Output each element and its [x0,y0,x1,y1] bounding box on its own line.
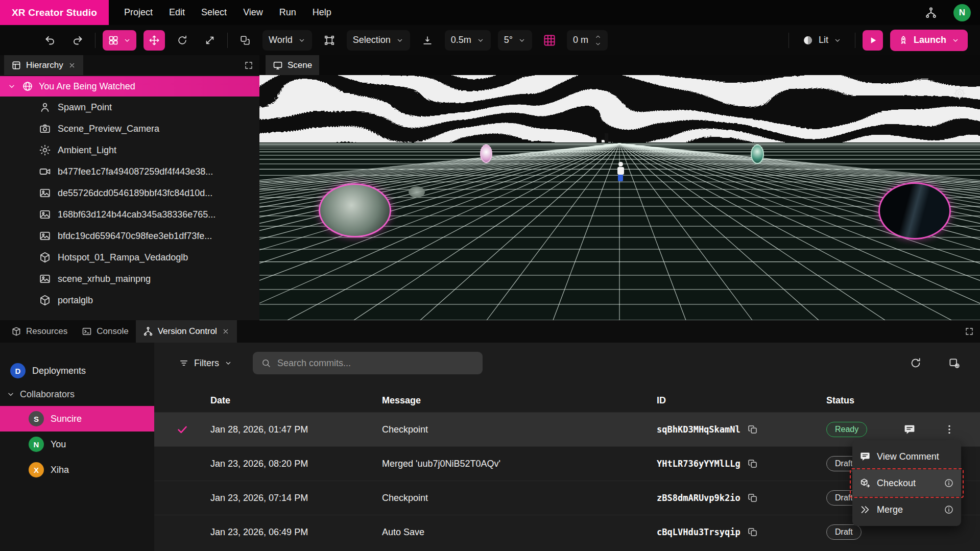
portal-right[interactable] [878,182,951,239]
context-menu-item-view-comment[interactable]: View Comment [852,443,961,470]
hierarchy-item-9[interactable]: portalglb [0,290,259,311]
transform-space-button[interactable] [235,30,255,51]
snap-grid-button[interactable] [539,30,560,51]
hierarchy-root-item[interactable]: You Are Being Watched [0,76,259,97]
stepper-arrows [594,33,602,47]
tab-console[interactable]: Console [75,320,135,343]
snap-grid-icon [543,34,556,47]
menu-select[interactable]: Select [193,0,235,25]
user-avatar[interactable]: N [953,4,971,21]
menu-help[interactable]: Help [304,0,340,25]
scene-tabstrip: Scene [259,55,980,75]
bounds-button[interactable] [319,30,340,51]
scale-tool-button[interactable] [200,30,220,51]
hierarchy-item-5[interactable]: 168bf63d124b44cab345a38336e765... [0,204,259,225]
commit-date: Jan 23, 2026, 08:20 PM [210,459,382,469]
portal-pink[interactable] [480,145,492,163]
search-commits-input[interactable] [277,358,474,369]
collaborator-name: Xiha [51,465,69,475]
tab-resources[interactable]: Resources [4,320,75,343]
copy-id-button[interactable] [748,493,758,503]
render-mode-select[interactable]: Lit [796,30,848,51]
drop-to-ground-button[interactable] [417,30,438,51]
chevron-down-icon [833,36,842,44]
commit-date: Jan 28, 2026, 01:47 PM [210,424,382,435]
menu-run[interactable]: Run [271,0,304,25]
hierarchy-item-4[interactable]: de55726dcd0546189bbf43fc84d10d... [0,182,259,204]
hierarchy-panel: Hierarchy You Are Being Watched Spawn_Po… [0,55,259,320]
pivot-select-value: Selection [353,35,391,45]
row-menu-button[interactable] [943,423,955,436]
rotate-snap-select[interactable]: 5° [498,30,532,51]
collaborators-group[interactable]: Collaborators [0,382,154,406]
portal-teal[interactable] [751,145,764,164]
copy-id-button[interactable] [748,424,758,435]
bottom-expand-button[interactable] [965,327,974,336]
decrement-icon[interactable] [594,40,602,47]
menu-edit[interactable]: Edit [161,0,193,25]
increment-icon[interactable] [594,33,602,40]
col-id: ID [657,395,826,406]
world-select[interactable]: World [262,30,312,51]
portal-small[interactable] [409,186,425,198]
close-icon[interactable] [68,61,76,69]
hierarchy-item-8[interactable]: scene_xrhub_mainpng [0,268,259,290]
hierarchy-expand-button[interactable] [244,61,253,70]
menu-view[interactable]: View [235,0,271,25]
settings-icon [948,357,961,369]
elevation-stepper[interactable]: 0 m [567,30,608,51]
search-commits-box[interactable] [253,352,483,374]
copy-id-button[interactable] [748,527,758,537]
main-menus: ProjectEditSelectViewRunHelp [116,0,340,25]
image-icon [39,230,51,242]
comment-button[interactable] [903,423,916,436]
play-button[interactable] [863,30,883,51]
collaborator-xiha[interactable]: X Xiha [0,457,154,483]
scene-avatar[interactable] [617,162,624,182]
context-menu-item-checkout[interactable]: Checkout [852,470,961,496]
tab-hierarchy[interactable]: Hierarchy [4,55,83,75]
scene-canvas[interactable] [259,75,980,320]
collaborator-you[interactable]: N You [0,432,154,457]
context-menu-item-merge[interactable]: Merge [852,496,961,523]
move-tool-button[interactable] [144,30,165,51]
layout-grid-button[interactable] [103,30,136,51]
bottom-panel: Resources Console Version Control D Depl… [0,320,980,551]
launch-label: Launch [914,35,946,45]
collaborator-suncire[interactable]: S Suncire [0,406,154,432]
copy-icon [748,527,758,537]
commit-settings-button[interactable] [944,353,965,373]
collaborator-name: Suncire [51,414,82,424]
scene-settings-button[interactable] [949,83,970,104]
copy-id-button[interactable] [748,459,758,469]
tab-version-control[interactable]: Version Control [136,320,237,343]
portal-left[interactable] [319,183,391,237]
hierarchy-item-1[interactable]: Scene_Preview_Camera [0,118,259,139]
hierarchy-item-7[interactable]: Hotspot_01_Rampa_Vedadoglb [0,247,259,268]
chevron-down-icon[interactable] [7,82,16,91]
redo-button[interactable] [67,30,88,51]
move-icon [149,35,160,46]
hierarchy-item-6[interactable]: bfdc19cd6596470c98fee3eb1df73fe... [0,225,259,247]
rotate-icon [177,35,188,46]
pivot-select[interactable]: Selection [347,30,410,51]
menu-project[interactable]: Project [116,0,161,25]
close-icon[interactable] [222,327,230,336]
refresh-button[interactable] [905,353,926,373]
hierarchy-item-0[interactable]: Spawn_Point [0,97,259,118]
checkmark-icon [176,423,188,436]
hierarchy-item-3[interactable]: b477fee1c7fa494087259df4f443e38... [0,161,259,182]
undo-button[interactable] [40,30,60,51]
move-snap-select[interactable]: 0.5m [445,30,491,51]
rotate-tool-button[interactable] [172,30,193,51]
filters-button[interactable]: Filters [179,358,232,369]
hierarchy-root-label: You Are Being Watched [39,81,135,92]
launch-button[interactable]: Launch [890,30,968,51]
hierarchy-item-2[interactable]: Ambient_Light [0,139,259,161]
tab-scene[interactable]: Scene [266,55,319,75]
collaboration-graph-button[interactable] [921,3,941,23]
expand-icon [244,61,253,70]
chevron-down-icon [298,36,306,44]
tab-hierarchy-label: Hierarchy [26,60,63,70]
sidebar-item-deployments[interactable]: D Deployments [0,359,154,382]
